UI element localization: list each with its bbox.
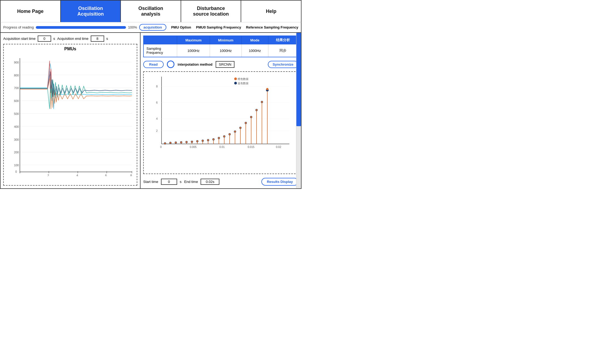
svg-text:2: 2 bbox=[156, 129, 158, 132]
table-header-result: 结果分析 bbox=[268, 36, 298, 44]
start-time-input[interactable] bbox=[161, 179, 177, 185]
svg-text:100: 100 bbox=[14, 164, 19, 167]
circle-icon bbox=[167, 61, 174, 68]
table-mode: 1000Hz bbox=[241, 44, 268, 57]
svg-text:6: 6 bbox=[105, 174, 107, 176]
table-header-mode: Mode bbox=[241, 36, 268, 44]
svg-text:0: 0 bbox=[15, 170, 17, 173]
svg-point-89 bbox=[164, 143, 166, 144]
svg-point-108 bbox=[266, 88, 268, 90]
svg-text:200: 200 bbox=[14, 151, 19, 154]
svg-point-100 bbox=[223, 136, 225, 137]
left-panel: Acquisition start time s Acquisition end… bbox=[1, 33, 141, 188]
svg-text:900: 900 bbox=[14, 61, 19, 64]
read-sync-row: Read interpolation method SRCNN Synchron… bbox=[143, 61, 298, 68]
nav-home[interactable]: Home Page bbox=[1, 1, 61, 22]
main-content: Acquisition start time s Acquisition end… bbox=[0, 33, 302, 189]
svg-text:500: 500 bbox=[14, 112, 19, 115]
svg-text:0: 0 bbox=[160, 146, 162, 149]
right-panel: Maximum Minimum Mode 结果分析 SamplingFreque… bbox=[141, 33, 301, 188]
nav-acquisition[interactable]: OscillationAcquisition bbox=[61, 1, 121, 22]
nav-disturbance[interactable]: Disturbancesource location bbox=[181, 1, 241, 22]
svg-point-99 bbox=[218, 137, 220, 139]
svg-point-107 bbox=[261, 101, 263, 103]
start-time-unit: s bbox=[180, 180, 182, 184]
start-unit: s bbox=[53, 37, 55, 41]
freq-table: Maximum Minimum Mode 结果分析 SamplingFreque… bbox=[143, 36, 298, 57]
progress-track bbox=[36, 26, 126, 29]
pmu-option-label: PMU Option bbox=[171, 25, 191, 29]
table-header-empty bbox=[143, 36, 177, 44]
table-minimum: 1000Hz bbox=[210, 44, 242, 57]
svg-point-90 bbox=[170, 142, 171, 144]
svg-point-30 bbox=[234, 77, 237, 80]
nav-analysis[interactable]: Oscillationanalysis bbox=[121, 1, 181, 22]
svg-text:600: 600 bbox=[14, 99, 19, 103]
acq-end-label: Acquisition end time bbox=[57, 37, 88, 41]
svg-text:8: 8 bbox=[130, 174, 132, 176]
acq-end-input[interactable] bbox=[91, 36, 104, 42]
top-navigation: Home Page OscillationAcquisition Oscilla… bbox=[0, 0, 302, 22]
svg-point-91 bbox=[175, 142, 177, 143]
svg-point-105 bbox=[250, 116, 252, 118]
svg-point-97 bbox=[207, 139, 209, 141]
svg-point-98 bbox=[213, 139, 214, 140]
table-result: 同步 bbox=[268, 44, 298, 57]
progress-percent: 100% bbox=[128, 25, 137, 29]
svg-text:橙色数据: 橙色数据 bbox=[238, 77, 248, 80]
scrollbar-track[interactable] bbox=[296, 33, 301, 188]
results-display-button[interactable]: Results Display bbox=[261, 178, 298, 186]
svg-point-104 bbox=[245, 122, 247, 124]
svg-text:0.02: 0.02 bbox=[276, 146, 281, 149]
svg-text:0.005: 0.005 bbox=[190, 146, 197, 149]
table-row-label: SamplingFrequency bbox=[143, 44, 177, 57]
acq-start-label: Acquisition start time bbox=[3, 37, 36, 41]
interp-value: SRCNN bbox=[216, 61, 234, 68]
svg-point-103 bbox=[240, 127, 241, 129]
svg-text:4: 4 bbox=[76, 174, 78, 176]
svg-text:300: 300 bbox=[14, 138, 19, 141]
time-controls: Acquisition start time s Acquisition end… bbox=[3, 36, 137, 42]
svg-point-94 bbox=[191, 141, 193, 143]
svg-text:4: 4 bbox=[156, 117, 158, 120]
svg-point-32 bbox=[234, 82, 237, 84]
progress-fill bbox=[36, 26, 126, 29]
synchronize-button[interactable]: Synchronize bbox=[268, 61, 298, 68]
svg-text:400: 400 bbox=[14, 125, 19, 128]
svg-point-102 bbox=[234, 131, 236, 132]
start-time-label: Start time bbox=[143, 180, 158, 184]
pmu-chart-container: PMUs 900 800 700 600 500 400 300 200 100… bbox=[3, 44, 137, 186]
svg-text:2: 2 bbox=[47, 174, 49, 176]
svg-point-92 bbox=[180, 142, 182, 143]
svg-text:0.015: 0.015 bbox=[248, 146, 254, 149]
end-time-input[interactable] bbox=[201, 179, 219, 185]
pmu-chart: 900 800 700 600 500 400 300 200 100 0 bbox=[6, 52, 135, 176]
ref-freq-label: Reference Sampling Frequency bbox=[246, 25, 298, 29]
acquisition-badge-button[interactable]: acquisition bbox=[139, 24, 166, 31]
table-maximum: 1000Hz bbox=[177, 44, 210, 57]
svg-text:800: 800 bbox=[14, 74, 19, 77]
svg-text:0.01: 0.01 bbox=[219, 146, 225, 149]
bottom-row: Start time s End time Results Display bbox=[143, 178, 298, 186]
svg-point-101 bbox=[229, 133, 230, 135]
svg-text:蓝色数据: 蓝色数据 bbox=[238, 82, 248, 85]
pmu0-freq-label: PMU0 Sampling Frequency bbox=[196, 25, 241, 29]
scrollbar-thumb bbox=[296, 33, 301, 126]
svg-point-106 bbox=[256, 109, 257, 111]
table-header-minimum: Minimum bbox=[210, 36, 242, 44]
right-chart-area: 橙色数据 蓝色数据 8 6 4 2 bbox=[143, 71, 298, 174]
right-wrapper: Maximum Minimum Mode 结果分析 SamplingFreque… bbox=[141, 33, 301, 188]
read-button[interactable]: Read bbox=[143, 61, 164, 68]
svg-text:700: 700 bbox=[14, 86, 19, 90]
interp-label: interpolation method bbox=[178, 62, 212, 66]
pmu-chart-title: PMUs bbox=[6, 47, 135, 51]
svg-text:6: 6 bbox=[156, 101, 158, 104]
progress-label: Progress of reading bbox=[3, 25, 34, 29]
svg-point-95 bbox=[197, 140, 198, 142]
svg-point-96 bbox=[202, 140, 204, 142]
acq-start-input[interactable] bbox=[38, 36, 51, 42]
svg-text:8: 8 bbox=[156, 85, 158, 88]
nav-help[interactable]: Help bbox=[241, 1, 301, 22]
end-time-label: End time bbox=[184, 180, 198, 184]
progress-area: Progress of reading 100% acquisition PMU… bbox=[0, 22, 302, 33]
